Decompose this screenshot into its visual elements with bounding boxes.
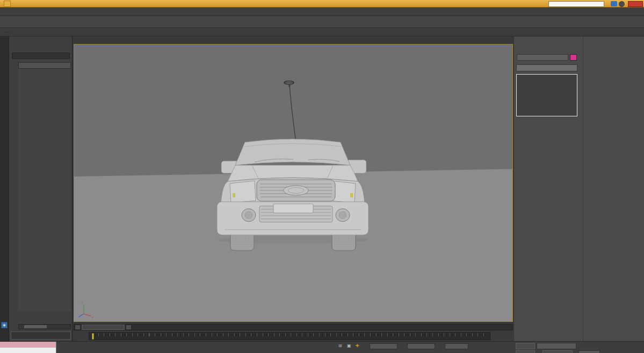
3ds-max-window: ◈ [0,0,644,353]
modifier-stack[interactable] [516,74,577,116]
status-bar: ⊞ ▣ ✚ [0,341,644,353]
perspective-viewport[interactable]: y x [74,44,513,322]
previous-frame-icon[interactable] [75,325,81,330]
modifier-list-dropdown[interactable] [516,64,577,71]
exchange-apps-icon[interactable] [611,1,617,6]
help-search-input[interactable] [548,1,604,7]
main-toolbar [0,16,644,28]
viewport-zone: y x [73,36,514,341]
viewport-layout-tab-icon[interactable]: ◈ [1,322,8,328]
set-key-button[interactable] [516,350,535,353]
workspace-dropdown[interactable] [4,1,11,7]
transform-gizmo-icon[interactable]: ✚ [356,343,359,348]
scrollbar-thumb[interactable] [24,325,47,328]
command-panel [514,36,644,341]
close-button[interactable] [628,1,643,7]
titlebar [0,0,644,8]
truck-model [217,81,368,251]
workspace-status[interactable] [11,332,71,340]
next-frame-icon[interactable] [126,325,132,330]
scene-explorer [9,36,73,341]
object-name-field[interactable] [517,54,568,61]
left-edge-strip: ◈ [0,36,9,341]
current-frame-marker[interactable] [92,333,94,340]
viewport-statistics [79,56,135,62]
explorer-column-header[interactable] [18,62,71,69]
track-bar [74,332,513,341]
titlebar-right [548,1,643,7]
work-area: ◈ [0,36,644,341]
key-filters-button[interactable] [542,350,573,353]
y-coordinate-field[interactable] [407,343,435,349]
explorer-search-input[interactable] [12,53,70,59]
macro-recorder-line[interactable] [0,342,56,348]
time-slider[interactable] [74,324,513,330]
menu-bar [0,8,644,16]
maxscript-mini-listener[interactable] [0,342,56,353]
selection-lock-icon[interactable]: ⊞ [338,343,342,348]
selection-set-dropdown[interactable] [537,343,576,349]
window-title [161,1,462,6]
timeline-ruler[interactable] [89,332,490,340]
quick-access-toolbar [0,1,12,7]
current-frame-field[interactable] [578,350,600,353]
svg-text:x: x [92,315,93,319]
help-icon[interactable] [619,1,625,7]
object-color-swatch[interactable] [570,54,577,61]
ribbon-tabs [0,28,644,36]
z-coordinate-field[interactable] [445,343,468,349]
listener-line[interactable] [0,348,56,353]
explorer-object-list [18,69,71,311]
x-coordinate-field[interactable] [370,343,397,349]
lock-icon[interactable]: ▣ [347,343,351,348]
time-slider-handle[interactable] [82,325,125,330]
scene-render: y x [74,45,513,322]
svg-text:y: y [81,301,83,304]
ribbon-minimize-icon[interactable] [4,32,10,33]
auto-key-button[interactable] [516,343,535,349]
